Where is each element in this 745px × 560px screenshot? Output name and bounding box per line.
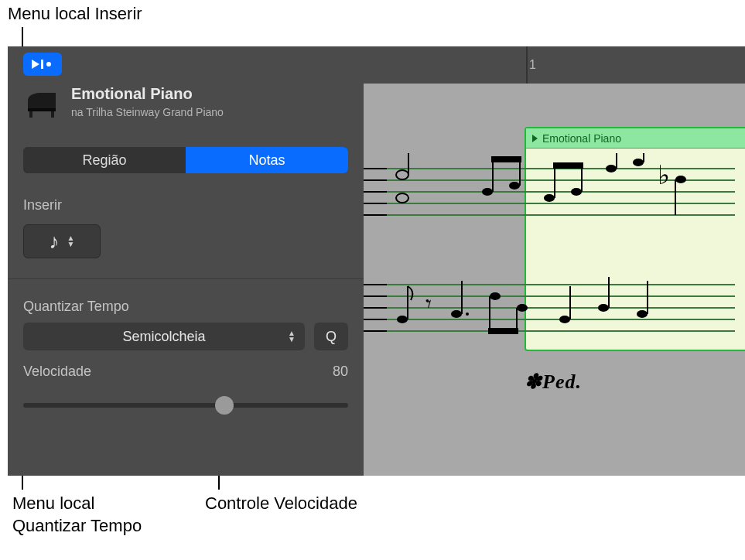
slider-thumb[interactable] [215,396,234,415]
slider-track [23,403,348,408]
svg-rect-31 [553,162,583,169]
quantize-value: Semicolcheia [122,329,205,345]
pedal-marking: ✽Ped. [525,370,582,394]
popup-arrows-icon: ▲▼ [67,235,75,248]
eighth-note-icon: ♪ [50,231,60,251]
svg-rect-4 [51,111,54,118]
svg-point-21 [396,193,408,203]
bar-number: 1 [529,58,536,72]
svg-rect-0 [41,60,43,69]
svg-point-61 [517,304,528,312]
svg-rect-26 [491,156,521,162]
svg-point-19 [396,170,408,179]
svg-point-53 [397,316,408,323]
svg-point-57 [466,312,469,316]
svg-text:♭: ♭ [658,161,670,190]
catch-playhead-button[interactable] [23,53,62,76]
svg-point-22 [482,188,493,196]
quantize-button[interactable]: Q [314,323,348,350]
svg-point-27 [544,194,555,202]
quantize-popup[interactable]: Semicolcheia ▲▼ [23,323,305,350]
score-canvas[interactable]: Emotional Piano [364,84,745,476]
svg-point-56 [451,310,462,318]
popup-arrows-icon: ▲▼ [288,330,296,343]
svg-point-68 [637,310,648,318]
svg-rect-3 [29,111,32,118]
divider [8,278,364,279]
track-header: Emotional Piano na Trilha Steinway Grand… [23,85,348,118]
svg-point-34 [633,159,644,166]
track-subtitle: na Trilha Steinway Grand Piano [71,106,224,118]
svg-point-24 [509,182,520,190]
insert-note-popup[interactable]: ♪ ▲▼ [23,224,101,258]
svg-point-38 [675,176,686,183]
svg-point-59 [490,292,501,300]
callout-velocity: Controle Velocidade [205,493,357,515]
region-name: Emotional Piano [542,132,621,145]
svg-point-1 [46,62,51,67]
insert-label: Inserir [23,197,101,213]
time-ruler[interactable]: 1 [364,46,745,84]
tab-notes[interactable]: Notas [186,147,348,173]
velocity-slider[interactable] [23,396,348,415]
inspector-panel: Emotional Piano na Trilha Steinway Grand… [8,46,364,476]
callout-text: Quantizar Tempo [12,516,142,535]
score-editor-window: Emotional Piano na Trilha Steinway Grand… [8,46,745,476]
region-header[interactable]: Emotional Piano [526,128,745,149]
callout-text: Menu local [12,493,94,513]
score-area: 1 Emotional Piano [364,46,745,476]
velocity-label: Velocidade [23,364,91,380]
inspector-tabs: Região Notas [23,147,348,173]
catch-playhead-icon [30,56,55,72]
callout-insert-menu: Menu local Inserir [8,3,142,26]
play-icon [532,135,538,142]
svg-rect-63 [488,328,518,334]
svg-point-29 [571,188,582,196]
callout-quantize-menu: Menu local Quantizar Tempo [12,493,142,537]
track-title: Emotional Piano [71,85,224,103]
svg-point-66 [598,304,609,312]
piano-icon [23,87,60,118]
velocity-value: 80 [333,364,348,380]
tab-region[interactable]: Região [23,147,186,173]
svg-rect-2 [28,108,56,111]
svg-point-64 [559,316,570,323]
quantize-label: Quantizar Tempo [23,299,348,315]
grand-staff: 𝄞 4 4 [364,153,735,354]
svg-point-32 [606,165,617,172]
